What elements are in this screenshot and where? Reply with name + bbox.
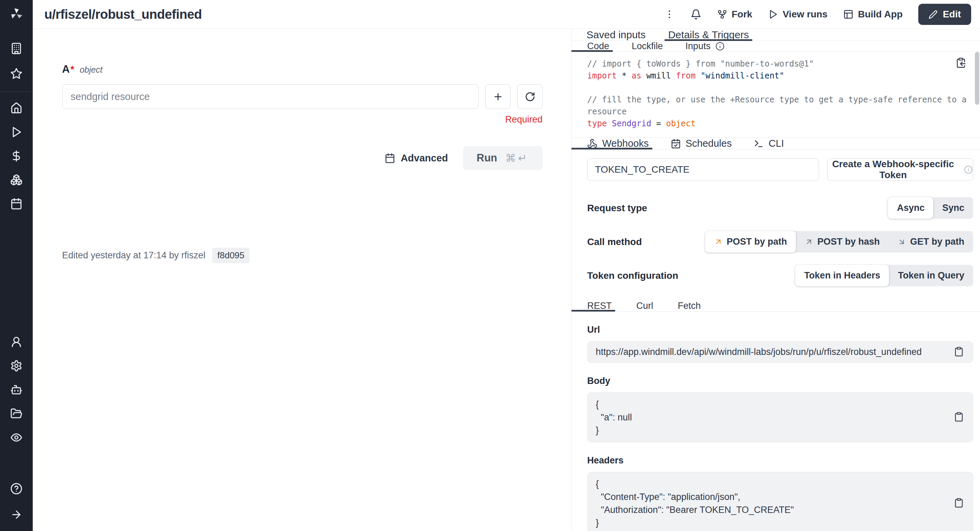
sidebar-group-main: [10, 102, 22, 211]
required-note: Required: [62, 114, 542, 125]
app-window: u/rfiszel/robust_undefined Fork View run…: [0, 0, 980, 531]
copy-url-button[interactable]: [954, 346, 964, 358]
clipboard-icon: [954, 346, 964, 357]
url-value-box: https://app.windmill.dev/api/w/windmill-…: [587, 341, 973, 363]
workspace-icon[interactable]: [10, 42, 22, 56]
tab-curl[interactable]: Curl: [636, 301, 653, 311]
sidebar-item-variables-icon[interactable]: [10, 150, 22, 163]
sidebar-group-admin: [10, 336, 22, 445]
info-icon: [715, 41, 725, 51]
token-input[interactable]: [587, 158, 819, 181]
code-viewer: // import { toWords } from "number-to-wo…: [571, 52, 980, 138]
option-sync[interactable]: Sync: [933, 197, 973, 219]
code-content: // import { toWords } from "number-to-wo…: [587, 58, 949, 130]
snippet-tabs: REST Curl Fetch: [571, 301, 980, 312]
tab-rest[interactable]: REST: [587, 301, 612, 311]
url-label: Url: [587, 325, 973, 335]
copy-body-button[interactable]: [954, 412, 964, 423]
create-webhook-token-button[interactable]: Create a Webhook-specific Token: [827, 158, 973, 181]
sidebar-item-folders-icon[interactable]: [10, 407, 22, 421]
run-button[interactable]: Run ⌘↵: [463, 146, 542, 170]
sidebar-item-settings-icon[interactable]: [10, 360, 22, 373]
option-token-in-query[interactable]: Token in Query: [889, 265, 973, 286]
call-method-toggle: POST by path POST by hash GET by path: [705, 231, 973, 252]
webhook-icon: [587, 139, 597, 149]
terminal-icon: [754, 139, 764, 149]
pencil-icon: [929, 10, 938, 19]
sidebar-item-resources-icon[interactable]: [10, 174, 22, 187]
token-config-row: Token configuration Token in Headers Tok…: [571, 265, 980, 286]
fork-button[interactable]: Fork: [717, 9, 752, 20]
request-type-label: Request type: [587, 203, 647, 214]
option-post-by-path[interactable]: POST by path: [705, 231, 796, 252]
option-get-by-path[interactable]: GET by path: [889, 231, 973, 252]
edit-button[interactable]: Edit: [918, 4, 971, 25]
tab-webhooks[interactable]: Webhooks: [587, 138, 649, 149]
token-config-toggle: Token in Headers Token in Query: [795, 265, 973, 286]
play-icon: [768, 9, 778, 19]
body-section: Body { "a": null }: [571, 363, 980, 442]
code-tabs: Code Lockfile Inputs: [571, 41, 980, 52]
view-runs-button[interactable]: View runs: [768, 9, 827, 20]
tab-lockfile[interactable]: Lockfile: [632, 41, 663, 51]
sidebar-group-footer: [10, 483, 22, 522]
refresh-button[interactable]: [517, 84, 542, 109]
panel-tabs: Saved inputs Details & Triggers: [571, 29, 980, 41]
fork-icon: [717, 9, 727, 19]
clipboard-copy-icon: [955, 57, 966, 68]
topbar-actions: Fork View runs Build App Edit: [664, 4, 972, 25]
sidebar-item-runs-icon[interactable]: [10, 126, 22, 140]
body-value-box: { "a": null }: [587, 392, 973, 442]
calendar-check-icon: [671, 139, 681, 149]
sidebar-group-workspace: [10, 42, 22, 81]
sidebar-item-users-icon[interactable]: [10, 336, 22, 349]
sidebar-item-workers-icon[interactable]: [10, 384, 22, 397]
windmill-logo-icon[interactable]: [8, 5, 24, 23]
call-method-row: Call method POST by path POST by hash: [571, 231, 980, 252]
tab-details-triggers[interactable]: Details & Triggers: [668, 29, 749, 41]
tab-inputs[interactable]: Inputs: [686, 41, 725, 51]
sidebar-divider: [0, 91, 33, 92]
run-shortcut: ⌘↵: [505, 152, 529, 164]
call-method-label: Call method: [587, 236, 642, 247]
help-icon[interactable]: [10, 483, 22, 496]
headers-value-box: { "Content-Type": "application/json", "A…: [587, 472, 973, 531]
field-label: A * object: [62, 63, 542, 75]
clipboard-icon: [954, 412, 964, 422]
request-type-toggle: Async Sync: [888, 197, 973, 219]
more-menu-button[interactable]: [664, 9, 675, 20]
favorites-icon[interactable]: [10, 68, 22, 81]
page-title: u/rfiszel/robust_undefined: [45, 7, 202, 22]
layout-icon: [843, 9, 853, 19]
tab-fetch[interactable]: Fetch: [678, 301, 701, 311]
advanced-button[interactable]: Advanced: [385, 153, 448, 164]
option-token-in-headers[interactable]: Token in Headers: [795, 265, 889, 286]
tab-code[interactable]: Code: [587, 41, 609, 51]
add-resource-button[interactable]: [485, 84, 511, 109]
arrow-up-right-icon: [714, 238, 722, 246]
sidebar-item-home-icon[interactable]: [10, 102, 22, 116]
headers-section: Headers { "Content-Type": "application/j…: [571, 442, 980, 531]
copy-headers-button[interactable]: [954, 498, 964, 509]
tab-cli[interactable]: CLI: [754, 138, 784, 149]
info-icon: [964, 164, 973, 175]
url-section: Url https://app.windmill.dev/api/w/windm…: [571, 312, 980, 363]
tab-schedules[interactable]: Schedules: [671, 138, 732, 149]
headers-label: Headers: [587, 455, 973, 466]
option-post-by-hash[interactable]: POST by hash: [796, 231, 889, 252]
expand-sidebar-icon[interactable]: [10, 509, 22, 522]
option-async[interactable]: Async: [888, 197, 933, 219]
resource-input[interactable]: [62, 84, 479, 109]
tab-saved-inputs[interactable]: Saved inputs: [587, 29, 646, 41]
sidebar: [0, 0, 33, 531]
sidebar-item-schedules-icon[interactable]: [10, 198, 22, 211]
version-hash-badge[interactable]: f8d095: [212, 248, 250, 263]
panel-scrollbar[interactable]: [975, 52, 979, 105]
details-panel: Saved inputs Details & Triggers Code Loc…: [571, 29, 980, 531]
sidebar-item-audit-logs-icon[interactable]: [10, 431, 22, 445]
copy-code-button[interactable]: [955, 57, 966, 69]
token-config-label: Token configuration: [587, 270, 678, 281]
request-type-row: Request type Async Sync: [571, 197, 980, 219]
notifications-button[interactable]: [690, 9, 702, 20]
build-app-button[interactable]: Build App: [843, 9, 903, 20]
